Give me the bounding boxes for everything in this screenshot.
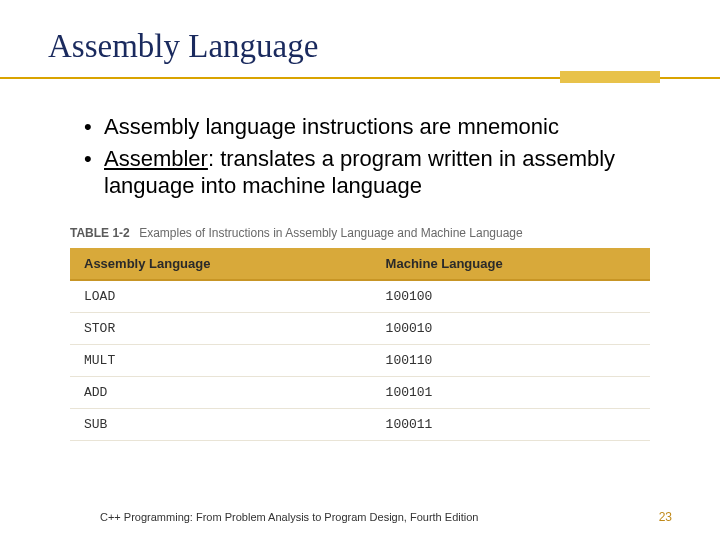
table-cell: LOAD [70, 280, 372, 313]
table-cell: STOR [70, 312, 372, 344]
table-row: ADD 100101 [70, 376, 650, 408]
slide: Assembly Language Assembly language inst… [0, 0, 720, 540]
table-caption-text: Examples of Instructions in Assembly Lan… [139, 226, 523, 240]
footer-text: C++ Programming: From Problem Analysis t… [100, 511, 478, 523]
table-header-row: Assembly Language Machine Language [70, 248, 650, 280]
bullet-list: Assembly language instructions are mnemo… [84, 113, 672, 200]
table-cell: 100101 [372, 376, 650, 408]
table-header-cell: Assembly Language [70, 248, 372, 280]
bullet-item: Assembler: translates a program written … [84, 145, 672, 200]
bullet-underlined: Assembler [104, 146, 208, 171]
table-cell: MULT [70, 344, 372, 376]
table-row: LOAD 100100 [70, 280, 650, 313]
table-caption: TABLE 1-2 Examples of Instructions in As… [70, 226, 650, 240]
table-cell: 100011 [372, 408, 650, 440]
table-cell: ADD [70, 376, 372, 408]
table-block: TABLE 1-2 Examples of Instructions in As… [70, 226, 650, 441]
title-rule [0, 71, 720, 85]
page-title: Assembly Language [48, 28, 672, 65]
table-row: SUB 100011 [70, 408, 650, 440]
bullet-text: Assembly language instructions are mnemo… [104, 114, 559, 139]
table-header-cell: Machine Language [372, 248, 650, 280]
title-rule-accent [560, 71, 660, 83]
page-number: 23 [659, 510, 672, 524]
table-cell: 100010 [372, 312, 650, 344]
footer: C++ Programming: From Problem Analysis t… [0, 510, 720, 524]
table-label-prefix: TABLE 1-2 [70, 226, 130, 240]
bullet-item: Assembly language instructions are mnemo… [84, 113, 672, 141]
table-cell: SUB [70, 408, 372, 440]
table-row: MULT 100110 [70, 344, 650, 376]
table-cell: 100100 [372, 280, 650, 313]
table-cell: 100110 [372, 344, 650, 376]
table-row: STOR 100010 [70, 312, 650, 344]
instruction-table: Assembly Language Machine Language LOAD … [70, 248, 650, 441]
